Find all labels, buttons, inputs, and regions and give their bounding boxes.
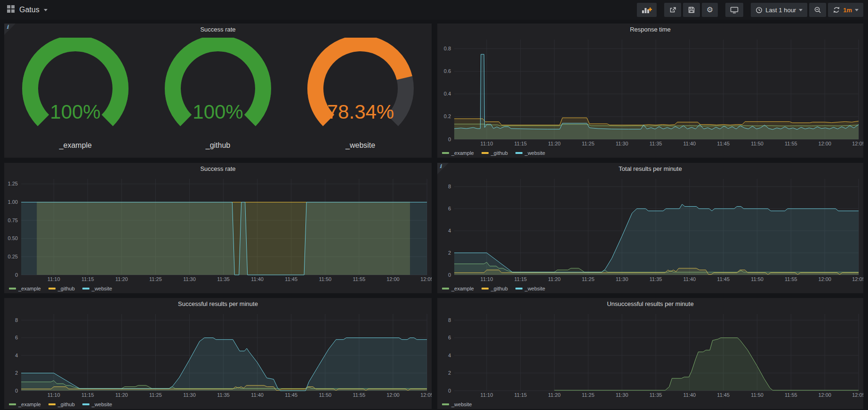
svg-text:12:05: 12:05	[852, 141, 863, 146]
legend-item-_example[interactable]: _example	[9, 286, 41, 291]
svg-text:11:50: 11:50	[751, 276, 764, 282]
dashboard-title[interactable]: Gatus	[19, 6, 40, 14]
legend-item-_github[interactable]: _github	[482, 150, 508, 156]
total-results-chart[interactable]: 0246811:1011:1511:2011:2511:3011:3511:40…	[437, 175, 863, 283]
gauge-_website: 78.34%_website	[290, 38, 431, 150]
svg-text:11:30: 11:30	[183, 276, 196, 282]
svg-text:11:50: 11:50	[319, 392, 331, 398]
legend-item-_example[interactable]: _example	[442, 150, 474, 156]
navbar: Gatus	[0, 0, 868, 20]
legend-series-dash	[48, 403, 56, 405]
svg-text:0: 0	[448, 388, 451, 394]
legend-item-_github[interactable]: _github	[48, 286, 75, 291]
svg-text:12:00: 12:00	[386, 276, 400, 282]
legend-series-label: _website	[525, 286, 545, 291]
svg-text:4: 4	[448, 353, 451, 358]
svg-text:2: 2	[448, 250, 451, 256]
svg-text:2: 2	[448, 370, 451, 376]
legend-series-label: _website	[92, 286, 112, 291]
panel-info-corner[interactable]	[4, 24, 16, 35]
svg-text:11:20: 11:20	[115, 276, 128, 282]
chevron-down-icon	[855, 9, 859, 11]
legend-series-label: _website	[525, 150, 545, 156]
dashboards-grid-icon[interactable]	[7, 5, 15, 15]
svg-text:0.75: 0.75	[8, 217, 18, 223]
svg-text:11:30: 11:30	[616, 141, 628, 146]
zoom-out-button[interactable]	[809, 3, 826, 17]
panel-title[interactable]: Total results per minute	[437, 163, 863, 175]
legend-series-dash	[48, 288, 56, 289]
svg-text:11:35: 11:35	[217, 276, 230, 282]
svg-text:11:30: 11:30	[183, 392, 196, 398]
legend-item-_github[interactable]: _github	[48, 402, 75, 407]
svg-text:11:45: 11:45	[717, 392, 730, 398]
legend-series-label: _github	[491, 150, 508, 156]
svg-text:8: 8	[15, 317, 18, 323]
panel-title[interactable]: Success rate	[4, 163, 432, 175]
svg-text:11:35: 11:35	[650, 141, 662, 146]
cycle-view-button[interactable]	[725, 3, 743, 17]
svg-text:0.2: 0.2	[444, 113, 451, 119]
panel-title[interactable]: Response time	[437, 24, 863, 36]
svg-text:11:40: 11:40	[683, 141, 696, 146]
legend-series-dash	[82, 288, 89, 289]
svg-text:0: 0	[448, 137, 451, 142]
success-rate-chart[interactable]: 00.250.500.751.001.2511:1011:1511:2011:2…	[4, 175, 432, 283]
refresh-interval-label: 1m	[843, 7, 852, 14]
gauge-label: _github	[206, 141, 231, 150]
settings-button[interactable]: ⚙	[702, 3, 718, 17]
svg-text:12:00: 12:00	[818, 392, 831, 398]
legend-item-_example[interactable]: _example	[9, 402, 41, 407]
svg-text:4: 4	[15, 353, 18, 358]
svg-text:11:30: 11:30	[616, 276, 628, 282]
svg-text:0.6: 0.6	[444, 68, 451, 74]
save-button[interactable]	[683, 3, 700, 17]
svg-text:11:25: 11:25	[582, 276, 595, 282]
legend-item-_website[interactable]: _website	[82, 286, 112, 291]
svg-text:0: 0	[15, 272, 18, 278]
legend-item-_website[interactable]: _website	[82, 402, 112, 407]
successful-results-chart[interactable]: 0246811:1011:1511:2011:2511:3011:3511:40…	[4, 310, 432, 399]
legend-item-_website[interactable]: _website	[515, 150, 545, 156]
svg-text:11:15: 11:15	[514, 141, 527, 146]
gauge-value: 78.34%	[327, 101, 394, 123]
svg-text:11:40: 11:40	[683, 276, 696, 282]
svg-text:12:05: 12:05	[852, 276, 863, 282]
gauge-value: 100%	[193, 101, 243, 123]
svg-text:11:10: 11:10	[48, 276, 60, 282]
share-button[interactable]	[664, 3, 681, 17]
svg-text:11:15: 11:15	[514, 276, 527, 282]
add-panel-button[interactable]	[637, 3, 657, 17]
clock-icon	[755, 7, 763, 14]
legend-item-_example[interactable]: _example	[442, 286, 474, 291]
legend-item-_github[interactable]: _github	[482, 286, 508, 291]
unsuccessful-results-chart[interactable]: 0246811:1011:1511:2011:2511:3011:3511:40…	[437, 310, 863, 399]
legend-series-label: _example	[18, 286, 41, 291]
info-icon: i	[440, 163, 442, 169]
refresh-button[interactable]: 1m	[828, 3, 863, 17]
svg-text:11:25: 11:25	[149, 276, 162, 282]
chart-legend: _example_github_website	[4, 399, 432, 409]
svg-text:12:05: 12:05	[420, 392, 432, 398]
response-time-chart[interactable]: 00.20.40.60.811:1011:1511:2011:2511:3011…	[437, 36, 863, 148]
time-range-picker[interactable]: Last 1 hour	[751, 3, 807, 17]
chart-legend: _website	[437, 399, 863, 409]
svg-text:11:55: 11:55	[353, 392, 365, 398]
svg-text:11:25: 11:25	[149, 392, 162, 398]
panel-info-corner[interactable]	[437, 163, 449, 174]
legend-series-dash	[9, 288, 16, 289]
panel-title[interactable]: Successful results per minute	[4, 298, 432, 310]
legend-item-_website[interactable]: _website	[442, 402, 472, 407]
gauge-_example: 100%_example	[5, 38, 146, 150]
panel-title[interactable]: Unsuccessful results per minute	[437, 298, 863, 310]
svg-text:12:00: 12:00	[818, 141, 831, 146]
legend-item-_website[interactable]: _website	[515, 286, 545, 291]
chart-legend: _example_github_website	[437, 148, 863, 158]
legend-series-dash	[442, 152, 449, 154]
chart-legend: _example_github_website	[4, 283, 432, 293]
panel-response-time: Response time 00.20.40.60.811:1011:1511:…	[437, 24, 863, 158]
legend-series-label: _website	[92, 402, 112, 407]
panel-title[interactable]: Success rate	[4, 24, 432, 36]
svg-text:11:15: 11:15	[81, 392, 94, 398]
svg-text:11:25: 11:25	[582, 392, 595, 398]
